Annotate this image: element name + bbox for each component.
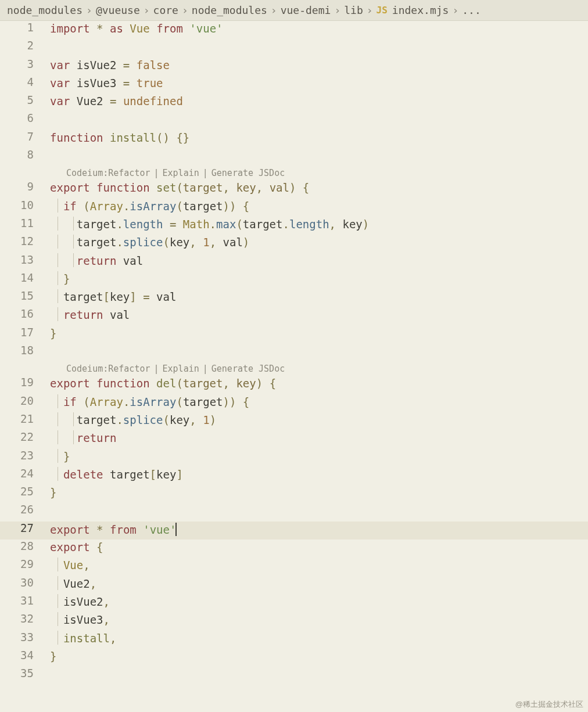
breadcrumb-item[interactable]: node_modules (7, 4, 83, 16)
indent-guide (58, 594, 58, 608)
code-line[interactable]: 31 isVue2, (0, 594, 588, 612)
code-content[interactable]: } (50, 326, 588, 340)
code-content[interactable]: return val (50, 253, 588, 267)
code-content[interactable] (50, 148, 588, 149)
code-content[interactable]: delete target[key] (50, 467, 588, 481)
line-number: 8 (0, 148, 50, 161)
code-line[interactable]: 20 if (Array.isArray(target)) { (0, 394, 588, 412)
line-number: 7 (0, 130, 50, 143)
code-line[interactable]: 5var Vue2 = undefined (0, 94, 588, 112)
code-content[interactable]: target.splice(key, 1, val) (50, 235, 588, 249)
code-content[interactable]: Vue, (50, 558, 588, 571)
code-line[interactable]: 26 (0, 503, 588, 521)
code-content[interactable]: target.length = Math.max(target.length, … (50, 217, 588, 231)
codelens-action[interactable]: Refactor (108, 364, 150, 374)
code-line[interactable]: 18 (0, 344, 588, 362)
line-number: 13 (0, 253, 50, 266)
indent-guide (73, 253, 74, 267)
code-content[interactable]: var isVue2 = false (50, 57, 588, 71)
code-content[interactable]: } (50, 271, 588, 285)
code-content[interactable]: return val (50, 307, 588, 321)
code-content[interactable]: export * from 'vue' (50, 522, 588, 536)
code-line[interactable]: 2 (0, 39, 588, 57)
line-number: 16 (0, 307, 50, 320)
code-line[interactable]: 16 return val (0, 307, 588, 325)
code-content[interactable]: export { (50, 540, 588, 553)
code-content[interactable]: isVue3, (50, 612, 588, 626)
code-line[interactable]: 27export * from 'vue' (0, 522, 588, 540)
chevron-right-icon: › (271, 4, 277, 16)
code-content[interactable]: } (50, 649, 588, 663)
code-content[interactable]: function install() {} (50, 130, 588, 144)
code-content[interactable]: if (Array.isArray(target)) { (50, 199, 588, 213)
code-content[interactable]: } (50, 485, 588, 499)
code-content[interactable]: import * as Vue from 'vue' (50, 21, 588, 35)
codelens-action[interactable]: Refactor (108, 168, 150, 178)
code-line[interactable]: 35 (0, 667, 588, 685)
code-line[interactable]: 29 Vue, (0, 558, 588, 576)
code-content[interactable]: target[key] = val (50, 289, 588, 303)
line-number: 29 (0, 558, 50, 570)
code-content[interactable]: export function del(target, key) { (50, 376, 588, 390)
code-content[interactable] (50, 344, 588, 345)
breadcrumb-file[interactable]: index.mjs (392, 4, 449, 16)
code-line[interactable]: 25} (0, 485, 588, 503)
code-line[interactable]: 10 if (Array.isArray(target)) { (0, 199, 588, 217)
code-line[interactable]: 30 Vue2, (0, 576, 588, 594)
code-content[interactable] (50, 112, 588, 113)
code-content[interactable] (50, 39, 588, 40)
code-line[interactable]: 17} (0, 326, 588, 344)
code-line[interactable]: 8 (0, 148, 588, 166)
code-line[interactable]: 13 return val (0, 253, 588, 271)
code-content[interactable]: target.splice(key, 1) (50, 412, 588, 426)
breadcrumb-item[interactable]: lib (344, 4, 363, 16)
line-number: 32 (0, 612, 50, 625)
code-line[interactable]: 28export { (0, 540, 588, 558)
breadcrumb-overflow[interactable]: ... (462, 4, 481, 16)
breadcrumb-item[interactable]: @vueuse (96, 4, 140, 16)
code-line[interactable]: 6 (0, 112, 588, 130)
code-content[interactable]: Vue2, (50, 576, 588, 590)
code-editor[interactable]: 1import * as Vue from 'vue'23var isVue2 … (0, 21, 588, 685)
code-line[interactable]: 15 target[key] = val (0, 289, 588, 307)
code-line[interactable]: 7function install() {} (0, 130, 588, 148)
codelens-action[interactable]: Explain (163, 168, 199, 178)
code-content[interactable]: isVue2, (50, 594, 588, 608)
breadcrumb[interactable]: node_modules›@vueuse›core›node_modules›v… (0, 0, 588, 21)
line-number: 14 (0, 271, 50, 284)
code-line[interactable]: 3var isVue2 = false (0, 57, 588, 75)
codelens-action[interactable]: Generate JSDoc (211, 364, 285, 374)
code-line[interactable]: 4var isVue3 = true (0, 75, 588, 94)
code-line[interactable]: 32 isVue3, (0, 612, 588, 630)
code-content[interactable]: export function set(target, key, val) { (50, 180, 588, 194)
code-content[interactable] (50, 667, 588, 668)
codelens-prefix: Codeium: (66, 168, 108, 178)
code-line[interactable]: 23 } (0, 449, 588, 467)
indent-guide (58, 467, 58, 481)
code-content[interactable]: install, (50, 631, 588, 645)
code-content[interactable]: var Vue2 = undefined (50, 94, 588, 107)
code-content[interactable]: } (50, 449, 588, 463)
code-line[interactable]: 33 install, (0, 631, 588, 649)
line-number: 15 (0, 289, 50, 302)
line-number: 34 (0, 649, 50, 661)
breadcrumb-item[interactable]: vue-demi (281, 4, 331, 16)
code-line[interactable]: 22 return (0, 430, 588, 448)
code-content[interactable]: var isVue3 = true (50, 75, 588, 89)
code-content[interactable] (50, 503, 588, 504)
code-line[interactable]: 14 } (0, 271, 588, 289)
code-line[interactable]: 11 target.length = Math.max(target.lengt… (0, 217, 588, 235)
codelens-action[interactable]: Generate JSDoc (211, 168, 285, 178)
code-line[interactable]: 19export function del(target, key) { (0, 376, 588, 394)
code-content[interactable]: if (Array.isArray(target)) { (50, 394, 588, 408)
code-line[interactable]: 12 target.splice(key, 1, val) (0, 235, 588, 253)
code-line[interactable]: 1import * as Vue from 'vue' (0, 21, 588, 39)
codelens-action[interactable]: Explain (163, 364, 199, 374)
breadcrumb-item[interactable]: node_modules (192, 4, 267, 16)
code-line[interactable]: 24 delete target[key] (0, 467, 588, 485)
code-line[interactable]: 9export function set(target, key, val) { (0, 180, 588, 198)
code-line[interactable]: 34} (0, 649, 588, 667)
code-content[interactable]: return (50, 430, 588, 444)
code-line[interactable]: 21 target.splice(key, 1) (0, 412, 588, 430)
breadcrumb-item[interactable]: core (153, 4, 178, 16)
